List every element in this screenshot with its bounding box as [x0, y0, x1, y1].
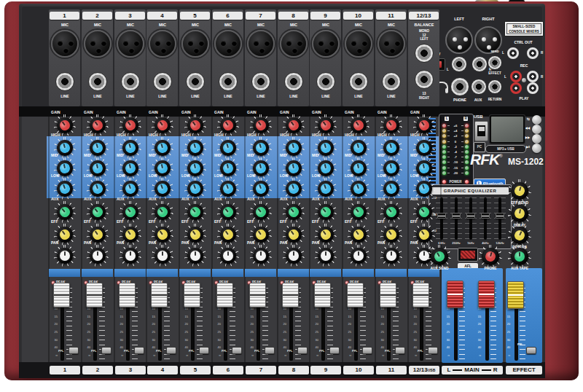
channel-fader-9[interactable] [314, 283, 331, 307]
strip-divider [146, 117, 147, 362]
pfl-button-2[interactable] [101, 347, 111, 354]
channel-fader-6[interactable] [216, 283, 233, 307]
pfl-button-7[interactable] [265, 347, 275, 354]
aux-send-knob[interactable] [428, 245, 451, 268]
pan-knob-ch4[interactable] [152, 245, 173, 267]
pfl-button-11[interactable] [395, 347, 405, 354]
pfl-button-effect[interactable] [526, 347, 536, 354]
channel-label-4: 4 [147, 366, 178, 375]
pfl-button-6[interactable] [232, 347, 242, 354]
meter-led [465, 129, 469, 133]
geq-slider-250hz[interactable] [452, 213, 461, 219]
strip-divider [407, 117, 409, 362]
line-label: LINE [83, 94, 112, 98]
pfl-button-9[interactable] [329, 347, 340, 354]
pfl-button-1[interactable] [69, 347, 79, 354]
pan-knob-ch5[interactable] [184, 245, 206, 267]
geq-slider-track [484, 197, 487, 240]
knob-rotor [184, 245, 206, 267]
strip-divider [277, 117, 278, 362]
effect-fader[interactable] [507, 281, 524, 309]
meter-scale-label: -10 [449, 160, 462, 164]
pfl-button-4[interactable] [166, 347, 176, 354]
controls-layer: 1MICLINE2MICLINE3MICLINE4MICLINE5MICLINE… [0, 0, 583, 392]
meter-led [465, 160, 469, 164]
pfl-button-5[interactable] [199, 347, 209, 354]
fader-cap-line [54, 294, 69, 296]
pan-knob-ch6[interactable] [217, 245, 239, 267]
geq-slider-4khz[interactable] [481, 213, 490, 219]
meter-scale-label: -15 [449, 166, 462, 170]
channel-number-8: 8 [278, 12, 308, 20]
meter-led [465, 150, 469, 154]
pan-knob-ch9[interactable] [315, 245, 337, 267]
channel-fader-5[interactable] [184, 283, 200, 307]
meter-led [442, 124, 446, 128]
pfl-button-3[interactable] [134, 347, 144, 354]
line-label: LINE [148, 94, 177, 98]
line-label: LINE [279, 94, 308, 98]
mic-xlr-input [312, 30, 340, 58]
pfl-button-10[interactable] [362, 347, 372, 354]
channel-fader-7[interactable] [249, 283, 266, 307]
meter-left-header: L [445, 117, 449, 121]
line-jack-input [349, 72, 368, 91]
line-jack-input [284, 72, 303, 91]
meter-led [465, 140, 469, 144]
mic-xlr-input [51, 30, 79, 58]
line-label: LINE [311, 94, 340, 98]
channel-fader-1[interactable] [53, 283, 70, 307]
channel-fader-8[interactable] [282, 283, 299, 307]
fader-cap-line [315, 294, 330, 296]
fader-strip-accent [146, 269, 178, 277]
channel-fader-11[interactable] [380, 283, 396, 307]
line-jack-input [316, 72, 335, 91]
fader-strip-accent [310, 269, 341, 277]
mic-xlr-input [345, 30, 372, 58]
pfl-label: PFL [58, 349, 64, 353]
pan-knob-ch11[interactable] [380, 245, 402, 267]
power-label: POWER [447, 180, 464, 184]
meter-led [442, 171, 446, 175]
reverb-knob[interactable] [508, 224, 531, 247]
geq-slider-1khz[interactable] [466, 213, 475, 219]
pan-knob-ch10[interactable] [348, 245, 369, 267]
channel-fader-4[interactable] [151, 283, 168, 307]
meter-scale-label: -7 [449, 155, 462, 159]
line-label: LINE [116, 94, 145, 98]
fader-cap-line [217, 294, 232, 296]
mic-xlr-input [280, 30, 308, 58]
meter-led [465, 166, 469, 170]
meter-scale-label: +6 [449, 124, 462, 128]
pfl-button-12-13[interactable] [428, 347, 438, 354]
pan-knob-ch7[interactable] [250, 245, 272, 267]
channel-fader-2[interactable] [86, 283, 103, 307]
knob-pointer [391, 251, 392, 256]
channel-fader-12-13[interactable] [412, 283, 429, 307]
channel-number-5: 5 [180, 12, 210, 20]
geq-freq-label: 1kHz [463, 241, 479, 245]
meter-scale-label: +2 [449, 134, 462, 138]
knob-pointer [130, 251, 131, 256]
pfl-button-8[interactable] [297, 347, 308, 354]
geq-slider-12khz[interactable] [496, 213, 504, 219]
main-fader-right[interactable] [478, 281, 495, 308]
mixer-console: MAIN OUT LEFT RIGHT +48V L R PHONE AUX S… [0, 0, 583, 392]
knob-rotor [120, 245, 141, 267]
pan-knob-ch2[interactable] [87, 245, 109, 267]
pan-knob-ch8[interactable] [283, 245, 305, 267]
mic-label: MIC [311, 23, 340, 27]
meter-led [465, 124, 469, 128]
eff-send-knob[interactable] [508, 179, 531, 203]
channel-fader-3[interactable] [119, 283, 136, 307]
channel-fader-10[interactable] [347, 283, 364, 307]
pan-knob-ch1[interactable] [54, 245, 76, 267]
pan-knob-ch3[interactable] [120, 245, 141, 267]
knob-rotor [508, 245, 531, 268]
phone-knob[interactable] [479, 245, 502, 268]
geq-slider-63hz[interactable] [437, 213, 446, 219]
main-fader-left[interactable] [447, 281, 463, 308]
delay-knob[interactable] [508, 202, 531, 225]
strip-divider [211, 117, 213, 362]
aux-tape-knob[interactable] [508, 245, 531, 268]
